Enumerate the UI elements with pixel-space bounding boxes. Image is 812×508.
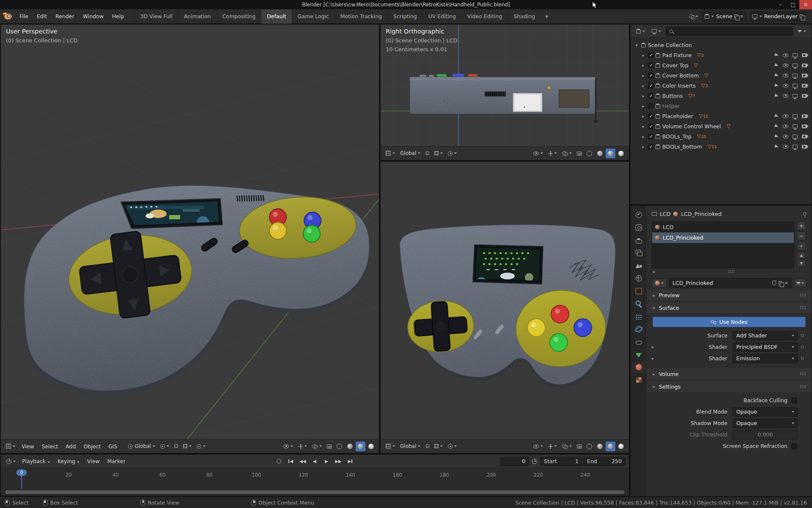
menu-render[interactable]: Render bbox=[51, 11, 79, 21]
button-blue-2[interactable] bbox=[574, 319, 592, 337]
slot-move-down-button[interactable]: ▼ bbox=[797, 260, 806, 267]
auto-keying-button[interactable] bbox=[274, 457, 285, 466]
disable-render-icon[interactable] bbox=[802, 53, 807, 57]
collection-label[interactable]: Placeholder bbox=[662, 113, 693, 119]
editor-type-button[interactable] bbox=[634, 28, 647, 35]
material-slot-list[interactable]: LCD LCD_Princioked bbox=[652, 221, 794, 268]
outliner-row-cover-top[interactable]: ▸Cover Top▽ bbox=[631, 60, 812, 70]
menu-help[interactable]: Help bbox=[108, 11, 129, 21]
menu-file[interactable]: File bbox=[15, 11, 33, 21]
snap-toggle[interactable]: Ω bbox=[423, 442, 431, 450]
expand-icon[interactable]: ▸ bbox=[641, 83, 646, 88]
workspace-tab-3d-view-full[interactable]: 3D View Full bbox=[134, 9, 178, 24]
panel-drag-dots[interactable] bbox=[800, 385, 807, 388]
selectable-toggle-icon[interactable] bbox=[774, 83, 779, 88]
outliner-row-buttons[interactable]: ▸Buttons▽7 bbox=[631, 91, 812, 101]
clip-threshold-field[interactable]: 0.000 bbox=[732, 430, 798, 439]
expand-icon[interactable]: ▸ bbox=[641, 114, 646, 119]
hide-viewport-icon[interactable] bbox=[783, 135, 788, 138]
add-workspace-button[interactable]: + bbox=[540, 11, 553, 21]
tab-material[interactable] bbox=[631, 362, 646, 373]
collection-checkbox[interactable] bbox=[648, 103, 653, 109]
menu-keying[interactable]: Keying bbox=[54, 457, 83, 466]
workspace-tab-default[interactable]: Default bbox=[261, 9, 292, 24]
gizmos-toggle[interactable] bbox=[546, 150, 559, 157]
panel-volume[interactable]: ▸ Volume bbox=[647, 368, 812, 379]
ssr-checkbox[interactable] bbox=[791, 443, 797, 449]
selectable-toggle-icon[interactable] bbox=[774, 144, 779, 149]
expand-icon[interactable]: ▸ bbox=[641, 94, 646, 98]
collection-label[interactable]: Pad Fixture bbox=[662, 52, 691, 58]
disable-viewport-icon[interactable] bbox=[793, 74, 798, 77]
selectable-toggle-icon[interactable] bbox=[774, 134, 779, 139]
button-green[interactable] bbox=[303, 225, 320, 242]
outliner-row-scene-collection[interactable]: ▾ Scene Collection bbox=[631, 40, 812, 50]
material-link-dropdown[interactable] bbox=[794, 279, 807, 287]
expand-icon[interactable]: ▸ bbox=[641, 63, 646, 68]
shadow-mode-dropdown[interactable]: Opaque bbox=[732, 419, 798, 428]
panel-drag-dots[interactable] bbox=[800, 306, 807, 309]
surface-shader-dropdown[interactable]: Add Shader bbox=[732, 331, 798, 340]
disable-viewport-icon[interactable] bbox=[793, 64, 798, 67]
timeline-scrollbar[interactable] bbox=[4, 489, 625, 495]
disable-viewport-icon[interactable] bbox=[793, 84, 798, 88]
collection-checkbox[interactable] bbox=[648, 124, 653, 129]
hide-viewport-icon[interactable] bbox=[783, 74, 788, 77]
collection-checkbox[interactable] bbox=[648, 63, 653, 68]
expand-icon[interactable]: ▸ bbox=[641, 73, 646, 78]
render-layer-selector[interactable]: RenderLayer bbox=[749, 11, 806, 22]
snap-dropdown[interactable] bbox=[181, 443, 194, 450]
search-input[interactable] bbox=[675, 28, 789, 34]
new-layer-icon[interactable] bbox=[800, 14, 803, 18]
expand-icon[interactable]: ▸ bbox=[641, 134, 646, 139]
expand-icon[interactable]: ▸ bbox=[641, 104, 646, 108]
tab-output[interactable] bbox=[631, 235, 646, 246]
expand-icon[interactable]: ▸ bbox=[652, 269, 657, 274]
menu-marker[interactable]: Marker bbox=[104, 457, 129, 466]
list-resize-grip[interactable]: ▸ bbox=[652, 268, 807, 275]
new-scene-icon[interactable] bbox=[734, 14, 738, 18]
pivot-dropdown[interactable] bbox=[158, 443, 171, 450]
editor-type-button[interactable] bbox=[384, 442, 397, 450]
gizmos-toggle[interactable] bbox=[296, 443, 309, 450]
hide-viewport-icon[interactable] bbox=[783, 94, 788, 98]
visibility-dropdown[interactable] bbox=[281, 443, 295, 450]
proportional-dropdown[interactable] bbox=[446, 443, 459, 450]
collection-checkbox[interactable] bbox=[648, 144, 653, 149]
use-nodes-button[interactable]: Use Nodes bbox=[653, 317, 806, 327]
scrollbar-thumb[interactable] bbox=[5, 490, 625, 494]
visibility-dropdown[interactable] bbox=[531, 150, 545, 157]
button-yellow-2[interactable] bbox=[527, 319, 545, 337]
shading-rendered-button[interactable] bbox=[616, 442, 626, 451]
disable-render-icon[interactable] bbox=[802, 74, 807, 77]
proportional-dropdown[interactable] bbox=[446, 150, 459, 157]
button-green-2[interactable] bbox=[550, 334, 568, 351]
selectable-toggle-icon[interactable] bbox=[774, 63, 779, 68]
outliner-row-bools-bottom[interactable]: ▸BOOLs_Bottom▽13 bbox=[631, 141, 812, 152]
play-button[interactable]: ▶ bbox=[321, 457, 332, 466]
start-frame-field[interactable]: Start 1 bbox=[540, 457, 582, 466]
principled-dropdown[interactable]: Principled BSDF bbox=[732, 342, 798, 352]
tab-particles[interactable] bbox=[631, 311, 646, 322]
material-slot[interactable]: LCD bbox=[652, 222, 794, 232]
collection-label[interactable]: Cover Top bbox=[662, 62, 689, 69]
close-button[interactable]: × bbox=[799, 0, 812, 9]
outliner-row-color-inserts[interactable]: ▸Color Inserts▽2 bbox=[631, 80, 812, 91]
workspace-tab-game-logic[interactable]: Game Logic bbox=[292, 9, 335, 24]
menu-edit[interactable]: Edit bbox=[33, 11, 51, 21]
remove-slot-button[interactable]: − bbox=[797, 232, 806, 240]
use-preview-range-button[interactable] bbox=[530, 458, 539, 465]
viewport-main[interactable]: User Perspective (0) Scene Collection | … bbox=[0, 24, 379, 453]
collection-label[interactable]: Scene Collection bbox=[648, 42, 692, 48]
xray-toggle[interactable] bbox=[575, 443, 584, 450]
add-slot-button[interactable]: + bbox=[797, 221, 806, 230]
tab-constraints[interactable] bbox=[631, 336, 646, 348]
disable-viewport-icon[interactable] bbox=[793, 114, 798, 118]
collection-label[interactable]: BOOLs_Bottom bbox=[662, 144, 702, 150]
shading-solid-button[interactable] bbox=[595, 149, 605, 158]
snap-dropdown[interactable] bbox=[432, 443, 445, 450]
minimize-button[interactable]: – bbox=[774, 0, 787, 9]
delete-scene-icon[interactable]: × bbox=[740, 14, 743, 19]
breadcrumb-material[interactable]: LCD_Princioked bbox=[681, 211, 721, 217]
outliner-row-bools-top[interactable]: ▸BOOLs_Top▽25 bbox=[631, 131, 812, 141]
